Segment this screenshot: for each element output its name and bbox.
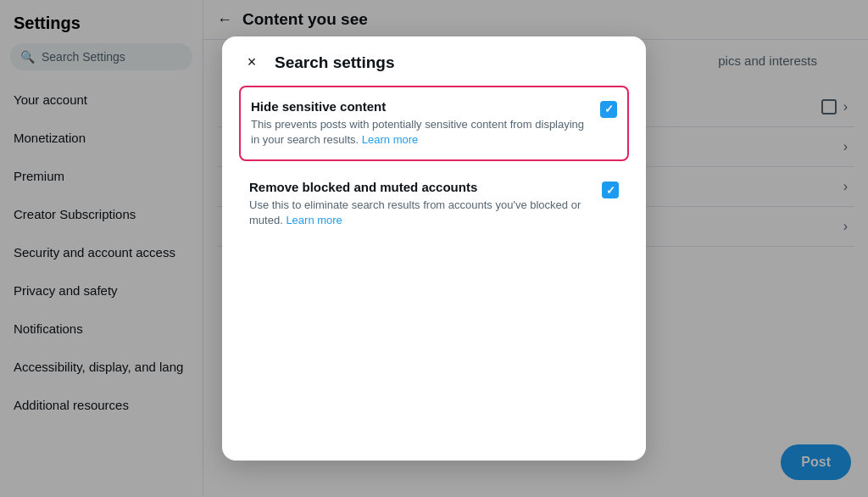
modal-overlay[interactable]: × Search settings Hide sensitive content… xyxy=(0,0,868,497)
remove-blocked-text: Remove blocked and muted accounts Use th… xyxy=(249,180,592,228)
hide-sensitive-desc: This prevents posts with potentially sen… xyxy=(251,117,590,148)
remove-blocked-title: Remove blocked and muted accounts xyxy=(249,180,592,194)
hide-sensitive-text: Hide sensitive content This prevents pos… xyxy=(251,99,590,148)
setting-spacer xyxy=(239,161,629,168)
remove-blocked-desc: Use this to eliminate search results fro… xyxy=(249,198,592,228)
remove-blocked-item: Remove blocked and muted accounts Use th… xyxy=(239,168,629,240)
checkmark-icon-2: ✓ xyxy=(606,184,615,197)
checkmark-icon-1: ✓ xyxy=(604,103,614,115)
search-settings-modal: × Search settings Hide sensitive content… xyxy=(222,36,646,461)
modal-close-button[interactable]: × xyxy=(239,50,264,75)
remove-blocked-learn-more[interactable]: Learn more xyxy=(286,214,342,226)
hide-sensitive-learn-more[interactable]: Learn more xyxy=(362,133,418,146)
hide-sensitive-checkbox[interactable]: ✓ xyxy=(600,101,617,118)
modal-body: Hide sensitive content This prevents pos… xyxy=(222,86,646,461)
modal-title: Search settings xyxy=(275,53,395,72)
hide-sensitive-content-item: Hide sensitive content This prevents pos… xyxy=(239,86,629,161)
remove-blocked-checkbox[interactable]: ✓ xyxy=(602,181,619,198)
hide-sensitive-title: Hide sensitive content xyxy=(251,99,590,114)
modal-bottom-space xyxy=(239,240,629,444)
modal-header: × Search settings xyxy=(222,36,646,86)
